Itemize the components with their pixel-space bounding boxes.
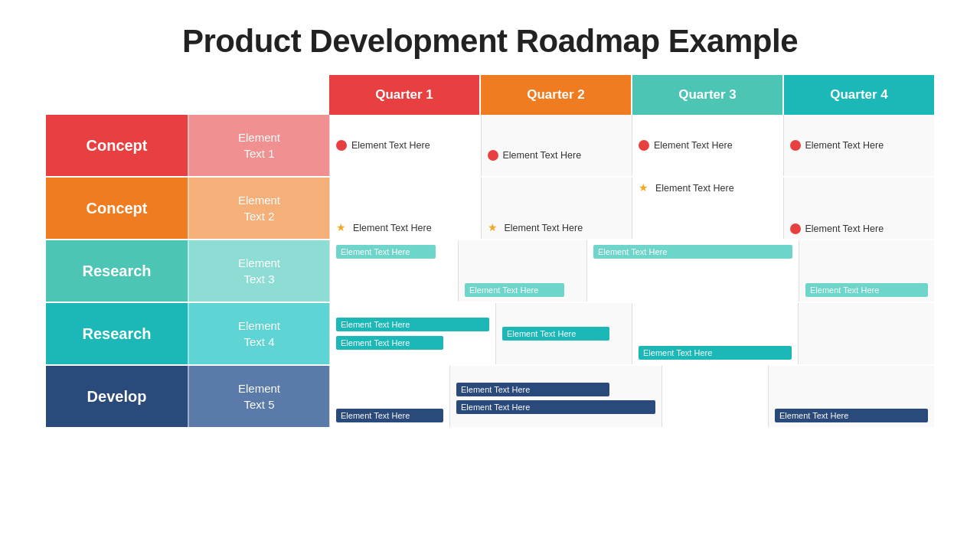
cell-r2-q4 — [798, 303, 934, 364]
cell-c1-q3: Element Text Here — [632, 115, 783, 176]
star-icon: ★ — [336, 222, 348, 234]
bar-item: Element Text Here — [775, 409, 928, 422]
bar-item: Element Text Here — [336, 318, 489, 331]
star-icon: ★ — [639, 182, 651, 194]
table: Quarter 1 Quarter 2 Quarter 3 Quarter 4 … — [46, 75, 934, 429]
row-sub-concept1: ElementText 1 — [188, 115, 329, 176]
row-concept2: Concept ElementText 2 ★ Element Text Her… — [46, 178, 934, 240]
cell-c2-q3: ★ Element Text Here — [632, 178, 783, 239]
dot-item: Element Text Here — [790, 140, 929, 151]
cell-r1-q3: Element Text Here — [586, 240, 799, 302]
cell-c2-q4: Element Text Here — [783, 178, 935, 239]
cell-c2-q2: ★ Element Text Here — [481, 178, 632, 239]
red-circle-icon — [488, 150, 498, 161]
cell-c1-q4: Element Text Here — [783, 115, 935, 176]
row-concept1: Concept ElementText 1 Element Text Here … — [46, 115, 934, 178]
star-item: ★ Element Text Here — [639, 182, 777, 194]
cell-r2-q2: Element Text Here — [495, 303, 632, 364]
row-research2: Research ElementText 4 Element Text Here… — [46, 303, 934, 366]
bar-item: Element Text Here — [593, 245, 792, 259]
bar-item: Element Text Here — [456, 383, 609, 396]
star-item: ★ Element Text Here — [336, 222, 475, 234]
row-sub-concept2: ElementText 2 — [188, 178, 329, 239]
page-title: Product Development Roadmap Example — [182, 23, 798, 60]
row-sub-research1: ElementText 3 — [188, 240, 329, 302]
dot-item: Element Text Here — [336, 140, 475, 151]
bar-item: Element Text Here — [336, 409, 443, 422]
row-label-develop: Develop — [46, 366, 188, 427]
cell-d-q2: Element Text Here Element Text Here — [449, 366, 662, 427]
dot-item: Element Text Here — [639, 140, 777, 151]
bar-item: Element Text Here — [639, 346, 792, 360]
cell-d-q4: Element Text Here — [768, 366, 934, 427]
row-label-research2: Research — [46, 303, 188, 364]
cell-c2-q1: ★ Element Text Here — [329, 178, 481, 239]
cell-c1-q2: Element Text Here — [481, 115, 632, 176]
dot-item: Element Text Here — [488, 150, 626, 161]
element-text: Element Text Here — [655, 183, 734, 194]
cell-r1-q1: Element Text Here — [329, 240, 458, 302]
quarter-1-header: Quarter 1 — [329, 75, 481, 115]
cell-d-q3 — [662, 366, 768, 427]
row-sub-research2: ElementText 4 — [188, 303, 329, 364]
row-label-concept2: Concept — [46, 178, 188, 239]
row-content-concept2: ★ Element Text Here ★ Element Text Here … — [329, 178, 934, 239]
roadmap-container: Quarter 1 Quarter 2 Quarter 3 Quarter 4 … — [46, 75, 934, 429]
element-text: Element Text Here — [353, 223, 432, 233]
red-circle-icon — [790, 223, 801, 234]
element-text: Element Text Here — [503, 150, 582, 161]
cell-r1-q2: Element Text Here — [458, 240, 586, 302]
bar-item: Element Text Here — [336, 336, 443, 350]
bar-item: Element Text Here — [336, 245, 436, 259]
dot-item: Element Text Here — [790, 223, 929, 234]
bar-item: Element Text Here — [465, 283, 564, 297]
star-icon: ★ — [488, 222, 500, 234]
quarter-2-header: Quarter 2 — [481, 75, 632, 115]
row-content-develop: Element Text Here Element Text Here Elem… — [329, 366, 934, 427]
bar-item: Element Text Here — [805, 283, 928, 297]
cell-d-q1: Element Text Here — [329, 366, 449, 427]
cell-c1-q1: Element Text Here — [329, 115, 481, 176]
red-circle-icon — [336, 140, 347, 151]
header-row: Quarter 1 Quarter 2 Quarter 3 Quarter 4 — [329, 75, 934, 115]
element-text: Element Text Here — [505, 223, 583, 233]
row-content-research1: Element Text Here Element Text Here Elem… — [329, 240, 934, 302]
row-label-concept1: Concept — [46, 115, 188, 176]
bar-item: Element Text Here — [456, 400, 655, 414]
cell-r2-q1: Element Text Here Element Text Here — [329, 303, 495, 364]
row-sub-develop: ElementText 5 — [188, 366, 329, 427]
row-research1: Research ElementText 3 Element Text Here… — [46, 240, 934, 303]
cell-r2-q3: Element Text Here — [632, 303, 798, 364]
element-text: Element Text Here — [351, 140, 430, 151]
row-label-research1: Research — [46, 240, 188, 302]
quarter-4-header: Quarter 4 — [784, 75, 934, 115]
quarter-3-header: Quarter 3 — [632, 75, 784, 115]
row-content-research2: Element Text Here Element Text Here Elem… — [329, 303, 934, 364]
cell-r1-q4: Element Text Here — [799, 240, 934, 302]
row-content-concept1: Element Text Here Element Text Here Elem… — [329, 115, 934, 176]
bar-item: Element Text Here — [502, 327, 609, 341]
red-circle-icon — [639, 140, 649, 151]
red-circle-icon — [790, 140, 801, 151]
element-text: Element Text Here — [805, 140, 884, 151]
element-text: Element Text Here — [654, 140, 733, 151]
element-text: Element Text Here — [805, 223, 884, 234]
star-item: ★ Element Text Here — [488, 222, 626, 234]
row-develop: Develop ElementText 5 Element Text Here … — [46, 366, 934, 429]
